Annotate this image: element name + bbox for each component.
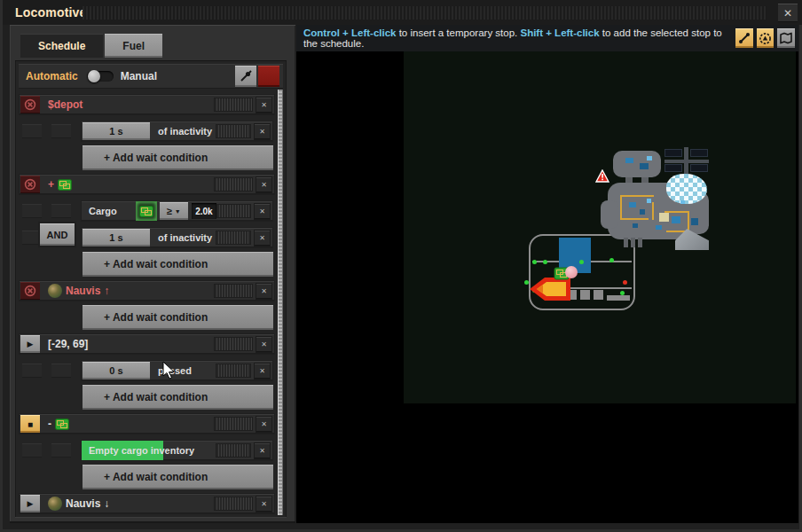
map-hint-text: Control + Left-click to insert a tempora… (303, 27, 735, 49)
train-marker[interactable] (530, 277, 572, 302)
station-error-icon[interactable] (20, 176, 40, 193)
wait-condition-empty-cargo: Empty cargo inventory ✕ (82, 441, 272, 460)
remove-condition-button[interactable]: ✕ (255, 204, 270, 219)
schedule-frame: Automatic Manual (15, 60, 287, 518)
tab-schedule[interactable]: Schedule (20, 34, 103, 58)
condition-drag-handle[interactable] (216, 204, 251, 218)
condition-slot (22, 124, 42, 138)
go-to-stop-button[interactable]: ▶ (20, 495, 40, 512)
remove-station-button[interactable]: ✕ (256, 337, 271, 352)
time-value-button[interactable]: 0 s (83, 362, 150, 379)
condition-slot (22, 443, 42, 458)
station-row-minus-circuit[interactable]: ■ - ✕ (20, 414, 274, 434)
title-bar[interactable]: Locomotive ✕ (3, 0, 802, 25)
schedule-list: $depot ✕ 1 s of inactivity ✕ + Add wai (20, 92, 274, 514)
electronic-circuit-icon (139, 206, 153, 217)
condition-drag-handle[interactable] (216, 231, 251, 245)
rail-signal-green (620, 291, 625, 295)
schedule-panel: Schedule Fuel Automatic Manual (10, 25, 295, 523)
remove-condition-button[interactable]: ✕ (255, 364, 270, 379)
condition-slot (22, 364, 42, 378)
rename-schedule-button[interactable] (235, 66, 256, 87)
solar-panel (690, 149, 708, 157)
condition-drag-handle[interactable] (216, 364, 251, 378)
cargo-item-button[interactable] (137, 202, 156, 220)
condition-drag-handle[interactable] (216, 443, 251, 458)
station-row-nauvis-down[interactable]: ▶ Nauvis↓ ✕ (20, 494, 274, 513)
station-row-depot[interactable]: $depot ✕ (20, 95, 274, 114)
comparator-dropdown[interactable]: ≥▼ (160, 202, 189, 220)
station-row-plus-circuit[interactable]: + ✕ (20, 175, 274, 194)
wait-condition-inactivity: 1 s of inactivity ✕ (82, 228, 272, 247)
solar-panel (690, 164, 708, 172)
mouse-cursor (162, 361, 176, 379)
remove-condition-button[interactable]: ✕ (255, 124, 270, 139)
add-wait-condition-button[interactable]: + Add wait condition (83, 252, 273, 277)
delete-schedule-button[interactable] (258, 66, 279, 87)
rail-signal-red (623, 280, 627, 285)
station-drag-handle[interactable] (214, 337, 253, 351)
solar-panel (664, 149, 682, 157)
schedule-scrollbar[interactable] (278, 90, 283, 515)
remove-station-button[interactable]: ✕ (256, 98, 271, 113)
chevron-down-icon: ▼ (175, 208, 181, 215)
station-drag-handle[interactable] (214, 497, 253, 511)
and-connector-button[interactable]: AND (40, 223, 75, 246)
locomotive-window: Locomotive ✕ Schedule Fuel Automatic Man… (0, 0, 802, 532)
remove-condition-button[interactable]: ✕ (255, 443, 270, 458)
condition-label: Empty cargo inventory (89, 445, 194, 456)
remove-station-button[interactable]: ✕ (256, 417, 271, 432)
cargo-amount-field[interactable]: 2.0k (192, 203, 216, 219)
station-name: $depot (48, 98, 83, 111)
station-drag-handle[interactable] (214, 98, 253, 112)
station-error-icon[interactable] (20, 96, 40, 113)
add-wait-condition-button[interactable]: + Add wait condition (83, 465, 273, 489)
add-wait-condition-button[interactable]: + Add wait condition (83, 305, 273, 330)
train-map[interactable] (296, 51, 798, 523)
add-wait-condition-button[interactable]: + Add wait condition (83, 145, 273, 170)
current-stop-button[interactable]: ■ (20, 415, 40, 433)
station-drag-handle[interactable] (214, 284, 253, 298)
rail-path-icon (738, 32, 751, 44)
map-icon (779, 32, 793, 44)
condition-slot (51, 124, 71, 138)
condition-label: Cargo (89, 206, 117, 216)
station-drag-handle[interactable] (214, 177, 253, 192)
tab-fuel[interactable]: Fuel (105, 34, 162, 58)
mode-row: Automatic Manual (19, 64, 283, 89)
condition-drag-handle[interactable] (216, 124, 251, 138)
condition-row: Cargo ≥▼ 2.0k (20, 201, 274, 221)
rail-signal-green (532, 260, 537, 264)
condition-slot (51, 443, 71, 458)
remove-station-button[interactable]: ✕ (256, 284, 271, 299)
time-value-button[interactable]: 1 s (83, 122, 150, 140)
station-name: [-29, 69] (48, 338, 88, 350)
station-error-icon[interactable] (20, 282, 40, 300)
center-on-train-button[interactable] (757, 28, 774, 48)
landing-pad (666, 174, 707, 204)
remove-condition-button[interactable]: ✕ (255, 231, 270, 246)
condition-slot (22, 204, 42, 218)
condition-row: 1 s of inactivity ✕ (20, 121, 274, 141)
add-wait-condition-button[interactable]: + Add wait condition (83, 385, 273, 410)
condition-slot (51, 364, 71, 378)
locate-train-icon (759, 32, 772, 45)
station-drag-handle[interactable] (214, 417, 253, 431)
remove-station-button[interactable]: ✕ (256, 177, 271, 192)
go-to-stop-button[interactable]: ▶ (20, 335, 40, 353)
condition-label: of inactivity (158, 232, 212, 243)
rail-signal-green (524, 280, 529, 285)
dropper-icon (240, 70, 252, 82)
station-row-nauvis-up[interactable]: Nauvis↑ ✕ (20, 281, 274, 301)
title-drag-handle[interactable] (83, 6, 767, 20)
mode-toggle[interactable] (87, 71, 114, 82)
close-button[interactable]: ✕ (778, 4, 798, 22)
toggle-map-view-button[interactable] (777, 28, 795, 48)
electronic-circuit-icon (55, 419, 69, 430)
station-row-coordinates[interactable]: ▶ [-29, 69] ✕ (20, 334, 274, 354)
alert-warning-icon (595, 169, 609, 183)
temporary-stop-tool-button[interactable] (735, 28, 753, 48)
time-value-button[interactable]: 1 s (83, 229, 150, 246)
remove-station-button[interactable]: ✕ (256, 497, 271, 512)
nauvis-planet-icon (48, 284, 62, 298)
